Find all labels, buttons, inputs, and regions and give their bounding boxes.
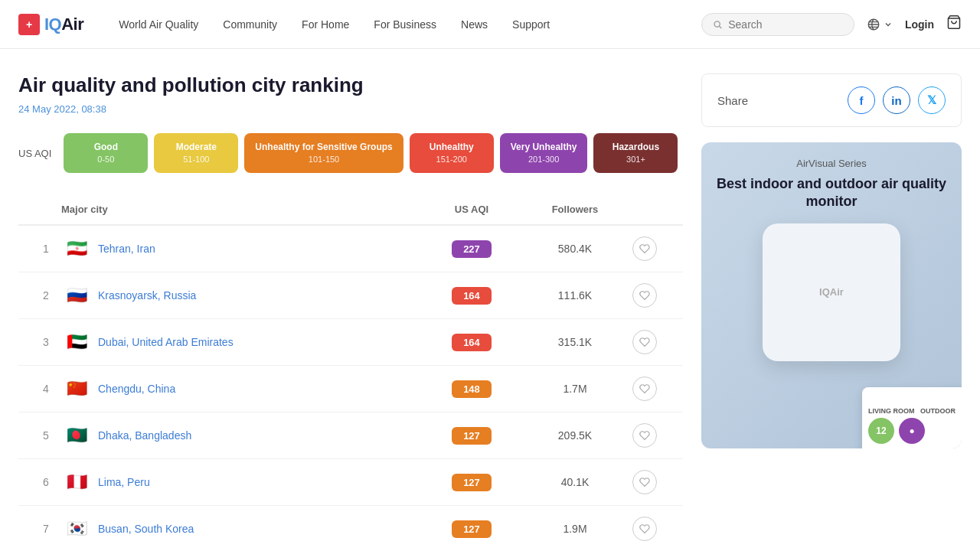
aqi-pill: 127: [452, 427, 492, 445]
page-date: 24 May 2022, 08:38: [18, 103, 683, 115]
facebook-share-button[interactable]: f: [848, 86, 875, 114]
table-header: Major city US AQI Followers: [18, 194, 683, 226]
chevron-down-icon: [884, 20, 893, 29]
logo-icon: +: [18, 14, 40, 35]
aqi-very-unhealthy-badge: Very Unhealthy 201-300: [500, 133, 588, 173]
aqi-legend: US AQI Good 0-50 Moderate 51-100 Unhealt…: [18, 133, 683, 173]
row-city-link[interactable]: Lima, Peru: [92, 476, 426, 488]
sidebar: Share f in 𝕏 AirVisual Series Best indoo…: [701, 73, 962, 551]
nav-news[interactable]: News: [450, 12, 498, 37]
row-aqi-value: 164: [426, 334, 518, 351]
table-row: 4 🇨🇳 Chengdu, China 148 1.7M: [18, 366, 683, 412]
row-flag: 🇦🇪: [61, 332, 92, 352]
aqi-pill: 164: [452, 334, 492, 351]
svg-line-1: [719, 26, 721, 28]
row-rank: 6: [31, 476, 61, 488]
follow-button[interactable]: [632, 283, 657, 308]
row-aqi-value: 127: [426, 474, 518, 491]
nav-world-air-quality[interactable]: World Air Quality: [108, 12, 209, 37]
row-followers-count: 580.4K: [518, 243, 632, 255]
table-row: 2 🇷🇺 Krasnoyarsk, Russia 164 111.6K: [18, 272, 683, 319]
row-flag: 🇵🇪: [61, 472, 92, 492]
ad-title: Best indoor and outdoor air quality moni…: [717, 175, 946, 211]
aqi-pill: 148: [452, 380, 492, 398]
cart-icon[interactable]: [946, 15, 962, 34]
row-action: [632, 283, 671, 308]
row-action: [632, 377, 671, 401]
row-action: [632, 423, 671, 448]
row-action: [632, 470, 671, 494]
ad-device-image: IQAir: [763, 223, 900, 361]
col-header-followers: Followers: [518, 204, 632, 215]
follow-button[interactable]: [632, 517, 657, 541]
row-action: [632, 517, 671, 541]
row-aqi-value: 127: [426, 427, 518, 445]
aqi-pill: 227: [452, 240, 492, 258]
row-rank: 2: [31, 289, 61, 302]
globe-icon: [867, 18, 880, 31]
row-aqi-value: 164: [426, 287, 518, 305]
main-content: Air quality and pollution city ranking 2…: [0, 49, 980, 551]
page-title: Air quality and pollution city ranking: [18, 73, 683, 97]
content-area: Air quality and pollution city ranking 2…: [18, 73, 683, 551]
aqi-pill: 127: [452, 474, 492, 491]
table-row: 3 🇦🇪 Dubai, United Arab Emirates 164 315…: [18, 319, 683, 366]
row-flag: 🇰🇷: [61, 519, 92, 539]
row-rank: 3: [31, 336, 61, 348]
row-followers-count: 209.5K: [518, 429, 632, 442]
follow-button[interactable]: [632, 330, 657, 354]
row-action: [632, 330, 671, 354]
language-selector[interactable]: [867, 18, 893, 31]
login-button[interactable]: Login: [905, 18, 934, 31]
logo[interactable]: + IQAir: [18, 14, 83, 35]
ad-screen-widget: LIVING ROOM OUTDOOR 12 ●: [862, 387, 962, 448]
row-city-link[interactable]: Chengdu, China: [92, 383, 426, 395]
row-followers-count: 111.6K: [518, 289, 632, 302]
search-icon: [713, 19, 722, 30]
row-city-link[interactable]: Dubai, United Arab Emirates: [92, 336, 426, 348]
follow-button[interactable]: [632, 377, 657, 401]
table-row: 6 🇵🇪 Lima, Peru 127 40.1K: [18, 459, 683, 506]
row-city-link[interactable]: Dhaka, Bangladesh: [92, 429, 426, 442]
row-aqi-value: 227: [426, 240, 518, 258]
header: + IQAir World Air Quality Community For …: [0, 0, 980, 49]
row-rank: 1: [31, 243, 61, 255]
row-aqi-value: 127: [426, 520, 518, 538]
nav-for-home[interactable]: For Home: [291, 12, 360, 37]
table-row: 7 🇰🇷 Busan, South Korea 127 1.9M: [18, 506, 683, 551]
share-label: Share: [717, 94, 748, 107]
row-flag: 🇷🇺: [61, 285, 92, 305]
follow-button[interactable]: [632, 236, 657, 261]
col-header-city: Major city: [61, 204, 426, 215]
ad-series-label: AirVisual Series: [717, 158, 946, 169]
svg-point-0: [714, 21, 720, 26]
follow-button[interactable]: [632, 423, 657, 448]
row-city-link[interactable]: Busan, South Korea: [92, 523, 426, 535]
aqi-sensitive-badge: Unhealthy for Sensitive Groups 101-150: [244, 133, 403, 173]
row-action: [632, 236, 671, 261]
follow-button[interactable]: [632, 470, 657, 494]
row-rank: 5: [31, 429, 61, 442]
row-flag: 🇮🇷: [61, 239, 92, 259]
nav-for-business[interactable]: For Business: [363, 12, 447, 37]
header-right: Login: [867, 15, 962, 34]
row-flag: 🇨🇳: [61, 379, 92, 399]
nav-support[interactable]: Support: [501, 12, 560, 37]
aqi-good-badge: Good 0-50: [64, 133, 148, 173]
twitter-share-button[interactable]: 𝕏: [918, 86, 946, 114]
row-followers-count: 1.7M: [518, 383, 632, 395]
row-flag: 🇧🇩: [61, 425, 92, 445]
row-city-link[interactable]: Tehran, Iran: [92, 243, 426, 255]
search-bar[interactable]: [701, 13, 854, 36]
share-icons: f in 𝕏: [848, 86, 946, 114]
row-city-link[interactable]: Krasnoyarsk, Russia: [92, 289, 426, 302]
table-row: 5 🇧🇩 Dhaka, Bangladesh 127 209.5K: [18, 412, 683, 459]
nav-community[interactable]: Community: [212, 12, 288, 37]
table-row: 1 🇮🇷 Tehran, Iran 227 580.4K: [18, 226, 683, 272]
linkedin-share-button[interactable]: in: [883, 86, 910, 114]
row-followers-count: 315.1K: [518, 336, 632, 348]
row-followers-count: 40.1K: [518, 476, 632, 488]
ad-banner[interactable]: AirVisual Series Best indoor and outdoor…: [701, 142, 962, 448]
logo-text: IQAir: [44, 15, 83, 34]
search-input[interactable]: [728, 18, 843, 31]
